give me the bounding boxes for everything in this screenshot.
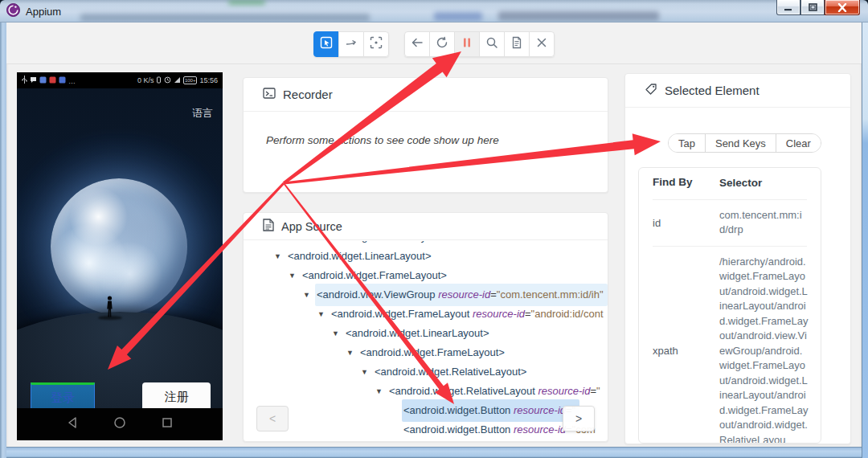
desktop-glare bbox=[228, 0, 265, 5]
tap-by-coordinates-button[interactable] bbox=[363, 31, 389, 57]
selector-value: /hierarchy/android.widget.FrameLayout/an… bbox=[719, 247, 809, 444]
net-speed: 0 K/s bbox=[137, 76, 154, 84]
copy-xml-source-button[interactable] bbox=[504, 31, 530, 57]
tap-element-button[interactable]: Tap bbox=[669, 134, 705, 152]
refresh-icon bbox=[436, 36, 448, 52]
register-button: 注册 bbox=[142, 382, 211, 408]
title-bar: Appium bbox=[0, 0, 868, 22]
find-by-value: xpath bbox=[639, 247, 719, 444]
nav-back-icon bbox=[66, 416, 79, 432]
app-source-icon bbox=[263, 219, 274, 234]
signal-icon bbox=[174, 76, 181, 85]
tree-node-framelayout[interactable]: ▼<android.widget.FrameLayout> bbox=[244, 266, 608, 285]
tag-icon bbox=[645, 83, 657, 98]
desktop-glare bbox=[498, 11, 659, 21]
clear-element-button[interactable]: Clear bbox=[776, 134, 821, 152]
caret-down-icon[interactable]: ▼ bbox=[375, 382, 387, 401]
nav-home-icon bbox=[113, 416, 126, 432]
recorder-header: Recorder bbox=[244, 78, 608, 112]
tree-node-linearlayout[interactable]: ▼<android.widget.LinearLayout> bbox=[244, 324, 608, 343]
caret-down-icon[interactable]: ▼ bbox=[274, 247, 286, 266]
caret-down-icon[interactable]: ▼ bbox=[289, 266, 301, 285]
magnifier-icon bbox=[485, 36, 498, 52]
col-selector: Selector bbox=[719, 168, 809, 199]
selected-element-panel: Selected Element Tap Send Keys Clear Fin… bbox=[624, 73, 851, 444]
app-source-panel: App Source ▼<android.widget.FrameLayout>… bbox=[243, 212, 608, 442]
arrow-left-icon bbox=[411, 36, 424, 52]
swipe-by-coordinates-button[interactable] bbox=[338, 31, 364, 57]
close-button[interactable] bbox=[825, 0, 860, 15]
quit-session-button[interactable] bbox=[529, 31, 555, 57]
minimize-button[interactable] bbox=[776, 0, 800, 15]
recorder-panel: Recorder Perform some actions to see cod… bbox=[243, 77, 608, 193]
selector-table-header: Find By Selector bbox=[639, 168, 821, 199]
tap-box-icon bbox=[370, 36, 383, 52]
window-border-bottom bbox=[6, 447, 862, 458]
alarm-icon bbox=[164, 76, 171, 85]
app-icon bbox=[39, 76, 47, 85]
pause-recording-button[interactable] bbox=[454, 31, 480, 57]
appium-window: Appium … 0 K/s 100+ 15:56 bbox=[0, 0, 868, 458]
usb-icon bbox=[22, 76, 27, 85]
cursor-box-icon bbox=[320, 36, 333, 52]
tree-node-button[interactable]: <android.widget.Button resource-id=" bbox=[244, 401, 608, 420]
app-icon bbox=[49, 76, 56, 85]
selector-table: Find By Selector idcom.tencent.mm:id/drp… bbox=[638, 167, 821, 444]
tree-node-viewgroup[interactable]: ▼<android.view.ViewGroup resource-id="co… bbox=[244, 285, 608, 305]
tree-node-relativelayout[interactable]: ▼<android.widget.RelativeLayout> bbox=[244, 362, 608, 382]
vibrate-icon bbox=[156, 76, 162, 85]
tree-node-linearlayout[interactable]: ▼<android.widget.LinearLayout> bbox=[244, 247, 608, 266]
send-keys-button[interactable]: Send Keys bbox=[705, 134, 776, 152]
earth-image bbox=[51, 178, 187, 315]
tree-node-button[interactable]: <android.widget.Button resource-id="com bbox=[244, 420, 608, 440]
device-screenshot[interactable]: … 0 K/s 100+ 15:56 语言 登录 注册 bbox=[17, 72, 223, 440]
caret-down-icon[interactable]: ▼ bbox=[303, 285, 315, 305]
chat-icon bbox=[30, 76, 37, 85]
swipe-arrow-icon bbox=[345, 36, 358, 52]
android-nav-bar bbox=[17, 408, 223, 440]
device-status-bar: … 0 K/s 100+ 15:56 bbox=[17, 72, 223, 88]
selector-row-xpath: xpath/hierarchy/android.widget.FrameLayo… bbox=[639, 247, 821, 444]
interaction-mode-group bbox=[313, 31, 389, 57]
desktop-glare bbox=[434, 12, 482, 21]
app-icon bbox=[59, 76, 66, 85]
collapse-tree-button[interactable]: < bbox=[256, 406, 289, 431]
tree-node-framelayout[interactable]: ▼<android.widget.FrameLayout> bbox=[244, 343, 608, 362]
select-elements-button[interactable] bbox=[313, 31, 339, 57]
desktop-glare bbox=[80, 14, 370, 22]
maximize-button[interactable] bbox=[800, 0, 825, 15]
login-button: 登录 bbox=[31, 382, 95, 408]
tree-node-relativelayout[interactable]: ▼<android.widget.RelativeLayout resource… bbox=[244, 382, 608, 401]
window-border-left bbox=[0, 22, 6, 458]
back-button[interactable] bbox=[404, 31, 430, 57]
selected-element-header: Selected Element bbox=[625, 74, 850, 108]
caret-down-icon[interactable]: ▼ bbox=[317, 305, 330, 324]
selector-value: com.tencent.mm:id/drp bbox=[719, 200, 809, 246]
app-source-title: App Source bbox=[281, 220, 342, 233]
battery-icon: 100+ bbox=[183, 76, 198, 84]
language-link: 语言 bbox=[192, 106, 213, 121]
window-title: Appium bbox=[26, 6, 61, 18]
person-silhouette bbox=[105, 296, 114, 318]
recorder-icon bbox=[263, 87, 276, 102]
refresh-source-button[interactable] bbox=[429, 31, 455, 57]
recorder-empty-message: Perform some actions to see code show up… bbox=[244, 112, 608, 169]
recorder-title: Recorder bbox=[283, 88, 333, 101]
tree-node-framelayout[interactable]: ▼<android.widget.FrameLayout resource-id… bbox=[244, 305, 608, 324]
close-icon bbox=[535, 36, 548, 52]
find-by-value: id bbox=[639, 200, 719, 246]
window-border-right bbox=[862, 22, 868, 458]
document-icon bbox=[510, 36, 523, 52]
caret-down-icon[interactable]: ▼ bbox=[346, 343, 358, 362]
source-tree: ▼<android.widget.FrameLayout>▼<android.w… bbox=[244, 241, 608, 440]
col-find-by: Find By bbox=[639, 168, 719, 199]
caret-down-icon[interactable]: ▼ bbox=[332, 324, 344, 343]
session-controls-group bbox=[404, 31, 555, 57]
element-actions-group: Tap Send Keys Clear bbox=[668, 133, 821, 153]
more-icon: … bbox=[68, 77, 76, 85]
caret-down-icon[interactable]: ▼ bbox=[361, 362, 373, 382]
appium-logo bbox=[6, 3, 20, 20]
search-for-element-button[interactable] bbox=[479, 31, 505, 57]
inspector-toolbar bbox=[6, 22, 862, 64]
expand-tree-button[interactable]: > bbox=[563, 406, 595, 431]
